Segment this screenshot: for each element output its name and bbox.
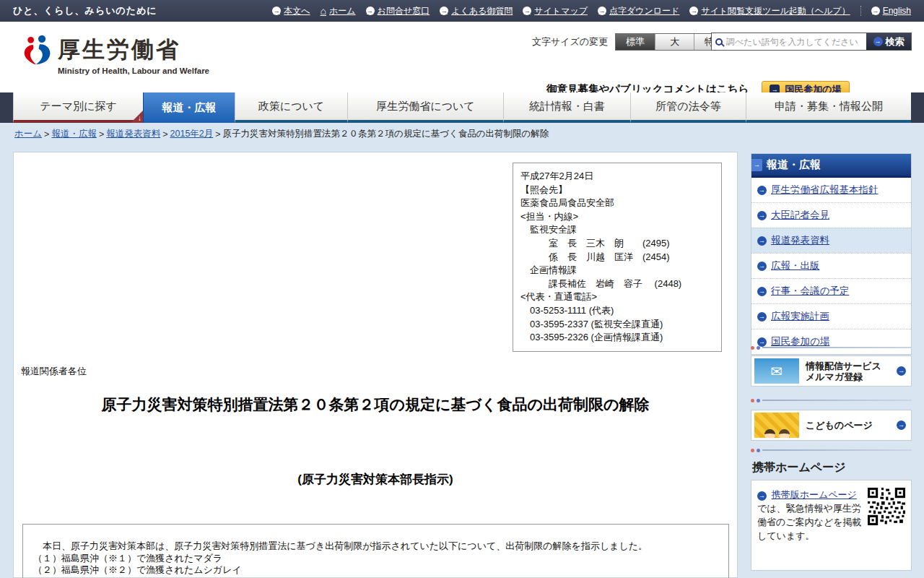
sidebar-item-pr-policy[interactable]: → 厚生労働省広報基本指針 [751, 178, 911, 202]
breadcrumb-press-pr[interactable]: 報道・広報 [51, 128, 97, 140]
page-subtitle: (原子力災害対策本部長指示) [14, 471, 737, 488]
tab-policies[interactable]: 政策について [235, 92, 347, 123]
logo-text: 厚生労働省 Ministry of Health, Labour and Wel… [58, 32, 209, 75]
envelope-icon: ✉ [754, 358, 799, 384]
ministry-name-english: Ministry of Health, Labour and Welfare [58, 66, 209, 75]
site-tagline: ひと、くらし、みらいのために [13, 4, 157, 17]
sidebar-item-publications[interactable]: → 広報・出版 [751, 253, 911, 278]
sidebar-item-pr-plan[interactable]: → 広報実施計画 [751, 303, 911, 329]
sidebar-divider [751, 448, 912, 452]
link-sitemap[interactable]: →サイトマップ [523, 5, 588, 17]
arrow-circle-icon: → [523, 7, 531, 15]
arrow-circle-icon: → [757, 287, 767, 296]
kids-icon [754, 413, 799, 438]
font-size-large-button[interactable]: 大 [655, 34, 694, 50]
arrow-square-icon: → [751, 159, 762, 171]
mailmag-banner[interactable]: ✉ 情報配信サービス メルマガ登録 → [751, 355, 912, 387]
chevron-down-icon: ↓ [138, 114, 141, 122]
arrow-circle-icon: → [897, 366, 906, 376]
page-title: 原子力災害対策特別措置法第２０条第２項の規定に基づく食品の出荷制限の解除 [14, 394, 737, 415]
mhlw-logo[interactable]: 厚生労働省 Ministry of Health, Labour and Wel… [20, 32, 209, 75]
link-to-main-content[interactable]: →本文へ [272, 5, 310, 17]
utility-links: →本文へ ⌂ホーム →お問合せ窓口 →よくある御質問 →サイトマップ →点字ダウ… [272, 5, 911, 17]
mobile-homepage-link[interactable]: 携帯版ホームページ [772, 489, 857, 500]
site-header: 厚生労働省 Ministry of Health, Labour and Wel… [0, 22, 924, 92]
arrow-circle-icon: → [757, 491, 767, 501]
arrow-circle-icon: → [689, 7, 698, 15]
arrow-circle-icon: → [598, 7, 606, 15]
dot-icon [757, 399, 760, 402]
link-braille-download[interactable]: →点字ダウンロード [598, 5, 679, 17]
mobile-homepage-box: → 携帯版ホームページでは、緊急情報や厚生労働省のご案内などを掲載しています。 [751, 480, 912, 571]
arrow-circle-icon: → [873, 37, 883, 46]
link-home[interactable]: ⌂ホーム [321, 5, 356, 17]
dot-icon [751, 449, 754, 452]
sidebar-item-participation[interactable]: → 国民参加の場 [751, 329, 911, 354]
mobile-homepage-heading: 携帯ホームページ [752, 460, 846, 475]
link-contact-window[interactable]: →お問合せ窓口 [366, 5, 430, 17]
sidebar-divider [751, 345, 912, 350]
press-contact-box: 平成27年2月24日 【照会先】 医薬食品局食品安全部 <担当・内線> 監視安全… [513, 163, 722, 352]
dot-icon [751, 399, 754, 402]
mhlw-page: ひと、くらし、みらいのために →本文へ ⌂ホーム →お問合せ窓口 →よくある御質… [0, 0, 924, 578]
arrow-circle-icon: → [272, 7, 281, 15]
sidebar-item-events[interactable]: → 行事・会議の予定 [751, 278, 911, 303]
search-button[interactable]: → 検索 [866, 33, 911, 50]
link-english[interactable]: →English [871, 6, 911, 16]
tab-applications[interactable]: 申請・募集・情報公開 [746, 92, 911, 123]
breadcrumb: ホーム > 報道・広報 > 報道発表資料 > 2015年2月 > 原子力災害対策… [14, 128, 549, 140]
breadcrumb-home[interactable]: ホーム [14, 128, 42, 140]
link-faq[interactable]: →よくある御質問 [440, 5, 513, 17]
home-icon: ⌂ [321, 7, 326, 15]
breadcrumb-current: 原子力災害対策特別措置法第２０条第２項の規定に基づく食品の出荷制限の解除 [223, 128, 549, 140]
salutation: 報道関係者各位 [21, 365, 87, 378]
tab-press-pr[interactable]: 報道・広報 [143, 92, 235, 123]
search-icon [715, 38, 723, 46]
font-size-standard-button[interactable]: 標準 [616, 34, 655, 50]
breadcrumb-press-releases[interactable]: 報道発表資料 [106, 128, 160, 140]
breadcrumb-month[interactable]: 2015年2月 [170, 128, 214, 140]
tab-laws[interactable]: 所管の法令等 [630, 92, 746, 123]
press-release-body: 本日、原子力災害対策本部は、原子力災害対策特別措置法に基づき出荷制限が指示されて… [22, 524, 729, 578]
kids-banner-label: こどものページ [799, 420, 897, 431]
arrow-circle-icon: → [366, 7, 375, 15]
main-navigation: テーマ別に探す ↓ 報道・広報 政策について 厚生労働省について 統計情報・白書… [0, 92, 924, 123]
divider [860, 6, 861, 16]
arrow-circle-icon: → [757, 312, 767, 322]
arrow-circle-icon: → [757, 262, 767, 271]
arrow-circle-icon: → [440, 7, 448, 15]
main-content-panel: 平成27年2月24日 【照会先】 医薬食品局食品安全部 <担当・内線> 監視安全… [13, 152, 738, 578]
ministry-name: 厚生労働省 [58, 32, 209, 68]
tab-about-mhlw[interactable]: 厚生労働省について [347, 92, 503, 123]
mobile-homepage-text: では、緊急情報や厚生労働省のご案内などを掲載しています。 [757, 503, 862, 541]
font-size-control: 文字サイズの変更 標準 大 特大 [532, 33, 733, 51]
arrow-circle-icon: → [897, 420, 906, 430]
dot-icon [757, 449, 760, 452]
search-input[interactable] [726, 37, 863, 47]
dot-icon [751, 346, 754, 350]
mhlw-logo-mark-icon [20, 32, 52, 72]
tab-theme-search[interactable]: テーマ別に探す ↓ [13, 92, 143, 123]
sidebar-item-press-releases[interactable]: → 報道発表資料 [751, 228, 911, 253]
release-date: 平成27年2月24日 [520, 170, 714, 184]
tab-statistics[interactable]: 統計情報・白書 [503, 92, 630, 123]
qr-code [868, 488, 905, 525]
arrow-circle-icon: → [757, 211, 767, 220]
arrow-circle-icon: → [757, 186, 767, 195]
font-size-label: 文字サイズの変更 [532, 35, 608, 48]
mailmag-banner-label: 情報配信サービス メルマガ登録 [799, 361, 897, 382]
sidebar-menu: → 報道・広報 → 厚生労働省広報基本指針 → 大臣記者会見 → 報道発表資料 … [751, 153, 912, 355]
sidebar-menu-header[interactable]: → 報道・広報 [751, 154, 911, 178]
link-accessibility-tool[interactable]: →サイト閲覧支援ツール起動（ヘルプ） [689, 5, 850, 17]
search-field [712, 33, 866, 50]
sidebar-divider [751, 398, 912, 402]
site-search: → 検索 [711, 33, 912, 51]
dot-icon [757, 346, 760, 350]
sidebar-item-minister-press[interactable]: → 大臣記者会見 [751, 202, 911, 228]
top-utility-bar: ひと、くらし、みらいのために →本文へ ⌂ホーム →お問合せ窓口 →よくある御質… [0, 0, 924, 22]
kids-page-banner[interactable]: こどものページ → [751, 410, 912, 441]
arrow-circle-icon: → [871, 7, 880, 15]
arrow-circle-icon: → [757, 236, 767, 246]
